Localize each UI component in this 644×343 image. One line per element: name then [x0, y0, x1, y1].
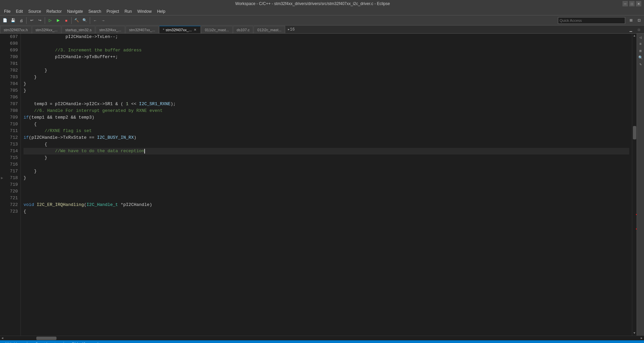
maximize-button[interactable]: □ [629, 1, 635, 6]
menu-search[interactable]: Search [86, 8, 104, 14]
forward-button[interactable]: → [100, 17, 107, 24]
tab-label: stm32f407xx_... [129, 28, 155, 32]
tab-stm32f407xx-active[interactable]: * stm32f407xx_... ✕ [159, 26, 201, 33]
code-line [24, 181, 629, 188]
code-line: pI2CHandle->TxLen--; [24, 34, 629, 40]
tab-stm32f407xx-h[interactable]: stm32f407xx.h [0, 26, 32, 33]
print-button[interactable]: 🖨 [17, 17, 25, 24]
code-editor[interactable]: pI2CHandle->TxLen--; //3. Increment the … [21, 34, 632, 336]
menu-project[interactable]: Project [104, 8, 122, 14]
search-tb-button[interactable]: 🔍 [81, 17, 88, 24]
toolbar-sep-3 [71, 17, 72, 24]
line-number: 716 [4, 161, 18, 168]
sidebar-icon-2[interactable]: ≡ [638, 41, 644, 47]
run-button[interactable]: ▶ [54, 17, 62, 24]
fold-line [0, 54, 4, 60]
hscroll-thumb[interactable] [36, 337, 56, 340]
tab-ds107[interactable]: ds107.c [233, 26, 254, 33]
fold-line: ▶ [0, 175, 4, 181]
fold-line [0, 34, 4, 40]
new-button[interactable]: 📄 [1, 17, 9, 24]
tab-011i2c[interactable]: 011i2c_mast... [201, 26, 233, 33]
menu-edit[interactable]: Edit [13, 8, 26, 14]
undo-button[interactable]: ↩ [28, 17, 35, 24]
tab-label: stm32f4xx_... [99, 28, 121, 32]
code-line [24, 161, 629, 168]
hscroll-left-arrow[interactable]: ◀ [0, 336, 5, 341]
sidebar-icon-1[interactable]: ◁ [638, 34, 644, 40]
sidebar-icon-4[interactable]: 🔍 [638, 54, 644, 60]
line-number: 723 [4, 208, 18, 215]
code-line: } [24, 175, 629, 181]
code-line: void I2C_ER_IRQHandling(I2C_Handle_t *pI… [24, 202, 629, 208]
tab-stm32f4xx-1[interactable]: stm32f4xx_... [32, 26, 61, 33]
code-line: temp3 = pI2CHandle->pI2Cx->SR1 & ( 1 << … [24, 101, 629, 108]
scroll-thumb[interactable] [633, 126, 636, 139]
line-number: 710 [4, 121, 18, 128]
statusbar: Writable Smart Insert 714 : 48 ⚙ [0, 340, 644, 343]
fold-line [0, 114, 4, 121]
code-line: //RXNE flag is set [24, 128, 629, 134]
redo-button[interactable]: ↪ [36, 17, 43, 24]
save-button[interactable]: 💾 [9, 17, 17, 24]
scroll-track[interactable] [632, 38, 637, 331]
back-button[interactable]: ← [91, 17, 99, 24]
toolbar-sep-2 [45, 17, 45, 24]
tab-maximize-icon[interactable]: □ [635, 26, 643, 33]
code-line: } [24, 155, 629, 161]
toolbar: 📄 💾 🖨 ↩ ↪ ▷ ▶ ■ 🔨 🔍 ← → ⊞ ⊡ [0, 15, 644, 26]
scroll-up-arrow[interactable]: ▲ [632, 34, 637, 38]
close-button[interactable]: ✕ [636, 1, 641, 6]
line-number: 721 [4, 195, 18, 202]
menu-window[interactable]: Window [135, 8, 154, 14]
title-text: Workspace - C/C++ - stm32f4xx_drivers/dr… [3, 1, 622, 6]
text-cursor [144, 149, 145, 154]
line-number: 705 [4, 87, 18, 94]
error-marker-1 [636, 214, 637, 215]
code-line: } [24, 74, 629, 81]
scroll-down-arrow[interactable]: ▼ [632, 331, 637, 336]
debug-button[interactable]: ▷ [46, 17, 54, 24]
quick-access-input[interactable] [558, 17, 625, 24]
tab-close-icon[interactable]: ✕ [193, 28, 197, 32]
view-button-2[interactable]: ⊡ [635, 17, 643, 24]
menu-help[interactable]: Help [154, 8, 168, 14]
code-line: //6. Handle For interrupt generated by R… [24, 108, 629, 114]
line-number: 717 [4, 168, 18, 175]
tab-minimize-icon[interactable]: ▁ [627, 26, 635, 33]
fold-line [0, 87, 4, 94]
toolbar-sep-1 [26, 17, 27, 24]
fold-line [0, 128, 4, 134]
line-number: 722 [4, 202, 18, 208]
tab-startup[interactable]: startup_stm32.s [62, 26, 95, 33]
code-line: } [24, 81, 629, 87]
sidebar-icon-3[interactable]: ⊞ [638, 48, 644, 54]
hscroll-right-arrow[interactable]: ▶ [639, 336, 644, 341]
sidebar-icon-5[interactable]: ✎ [638, 61, 644, 67]
vertical-scrollbar[interactable]: ▲ ▼ [632, 34, 637, 336]
stop-button[interactable]: ■ [63, 17, 70, 24]
view-button-1[interactable]: ⊞ [627, 17, 635, 24]
code-line [24, 195, 629, 202]
tab-stm32f4xx-2[interactable]: stm32f4xx_... [96, 26, 125, 33]
fold-line [0, 161, 4, 168]
minimize-button[interactable]: ─ [622, 1, 628, 6]
build-button[interactable]: 🔨 [73, 17, 80, 24]
titlebar: Workspace - C/C++ - stm32f4xx_drivers/dr… [0, 0, 644, 7]
fold-line [0, 40, 4, 47]
hscroll-track[interactable] [5, 336, 639, 341]
menu-source[interactable]: Source [26, 8, 44, 14]
menu-file[interactable]: File [1, 8, 13, 14]
status-sep-2 [64, 342, 64, 343]
line-number: 718 [4, 175, 18, 181]
menu-refactor[interactable]: Refactor [44, 8, 64, 14]
tab-overflow-indicator[interactable]: ▸16 [286, 27, 297, 32]
menu-run[interactable]: Run [122, 8, 135, 14]
code-line: } [24, 168, 629, 175]
tab-stm32f407xx-1[interactable]: stm32f407xx_... [125, 26, 159, 33]
menu-navigate[interactable]: Navigate [64, 8, 85, 14]
tab-012i2c[interactable]: 012i2c_mast... [254, 26, 285, 33]
code-line: { [24, 141, 629, 148]
horizontal-scrollbar[interactable]: ◀ ▶ [0, 336, 644, 340]
editor-main: ▶ 69769869970070170270370470570670770870… [0, 34, 644, 336]
